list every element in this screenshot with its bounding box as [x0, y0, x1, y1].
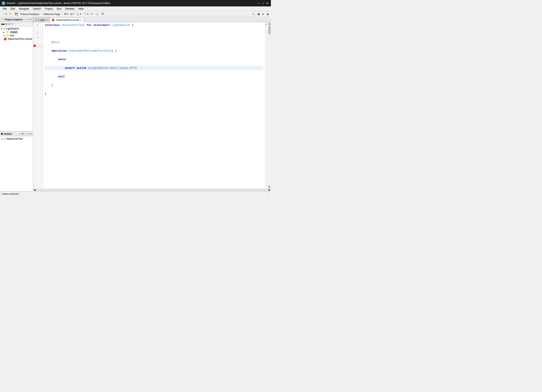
outline-maximize-button[interactable]: □	[27, 133, 29, 135]
project-explorer-controls[interactable]: ─ □ ✕	[24, 18, 32, 21]
fold-area-8[interactable]	[36, 52, 39, 57]
more-button[interactable]: ⋮	[14, 23, 17, 26]
outline-sync-button[interactable]: ⇄	[21, 133, 24, 135]
scroll-right-button[interactable]: ▶	[268, 188, 271, 192]
breakpoint-area-3[interactable]	[33, 31, 36, 35]
ref-lightswitch: LightSwitch	[112, 24, 130, 27]
menu-edit[interactable]: Edit	[9, 7, 17, 11]
settings-button[interactable]: ⚙ ▾	[63, 12, 69, 16]
scroll-up-button[interactable]: ▲	[268, 22, 271, 25]
window-controls[interactable]: ─ □ ✕	[257, 1, 269, 5]
stop-button[interactable]: ⏹	[266, 12, 270, 16]
maximize-button[interactable]: □	[261, 1, 265, 5]
menu-window[interactable]: Window	[64, 7, 76, 11]
project-tree: ▾ ◈ LightSwitch ▸ 📁 model ▾ 📁 test	[0, 27, 33, 131]
fold-area-2[interactable]	[36, 27, 39, 31]
code-line-4: operation isStateOffActiveAfterInit() {	[45, 49, 263, 53]
scroll-thumb[interactable]	[268, 26, 271, 34]
nav-forward-icon: 📋	[96, 13, 99, 16]
csgen-tab-close[interactable]: ✕	[46, 19, 48, 21]
breakpoint-area-2[interactable]	[33, 27, 36, 31]
fold-area-3[interactable]: ▸	[36, 31, 39, 35]
outline-controls[interactable]: ↕ ⇄ ─ □ ✕	[19, 133, 32, 135]
filter-button[interactable]: ▽	[11, 23, 13, 26]
menu-help[interactable]: Help	[77, 7, 86, 11]
welcome-icon: ✔	[42, 13, 44, 16]
tools-button[interactable]: 🔧 ▾	[83, 12, 90, 16]
tree-item-model[interactable]: ▸ 📁 model	[0, 30, 33, 34]
outline-item-statecharttest[interactable]: ▸ ● StatechartTest	[1, 137, 32, 140]
folder-icon-model: 📁	[6, 31, 9, 34]
outline-minimize-button[interactable]: ─	[24, 133, 27, 135]
close-panel-button[interactable]: ✕	[30, 18, 32, 21]
view-button[interactable]: ▦	[256, 12, 261, 16]
project-explorer-title: Project Explorer	[5, 18, 23, 21]
breakpoint-area-6[interactable]	[33, 44, 36, 48]
class-name: StatechartTest	[61, 24, 85, 27]
scroll-left-button[interactable]: ◀	[33, 188, 36, 192]
csgen-tab-icon: ⚙	[35, 18, 37, 21]
pin-button[interactable]: 📌	[100, 12, 105, 16]
nav-forward-button[interactable]: 📋	[94, 12, 100, 16]
fold-area-5[interactable]	[36, 39, 39, 44]
status-dots: ⋮	[267, 192, 269, 195]
scroll-down-button[interactable]: ▼	[268, 185, 271, 188]
breakpoint-area-5[interactable]	[33, 39, 36, 44]
menu-project[interactable]: Project	[43, 7, 54, 11]
breakpoint-area-4[interactable]	[33, 35, 36, 39]
refresh-button[interactable]: ↺	[8, 23, 11, 26]
gutter-row-6	[33, 44, 43, 48]
maximize-panel-button[interactable]: □	[27, 18, 29, 21]
gutter-row-2	[33, 27, 43, 31]
tab-csgen[interactable]: ⚙ c.sgen ✕	[33, 17, 49, 22]
collapse-all-button[interactable]: ◀◀	[0, 23, 5, 26]
debug-button[interactable]: 🐛 ▾	[76, 12, 82, 16]
h-scroll-track[interactable]	[37, 189, 267, 191]
code-line-6: assert active (LightSwitch.main_region.O…	[45, 66, 263, 70]
welcome-page-button[interactable]: ✔ Welcome Page	[41, 12, 61, 16]
fold-area-9[interactable]	[36, 57, 39, 61]
open-button[interactable]: 📂	[8, 12, 13, 16]
gutter-row-4: ▸	[33, 35, 43, 39]
menu-navigate[interactable]: Navigate	[17, 7, 31, 11]
nav-back-button[interactable]: ↩	[90, 12, 94, 16]
vertical-scrollbar[interactable]: ▲ ▼	[268, 22, 271, 188]
overview-ruler	[265, 22, 268, 188]
minimize-panel-button[interactable]: ─	[24, 18, 27, 21]
close-button[interactable]: ✕	[266, 1, 269, 5]
breakpoint-area-8[interactable]	[33, 52, 36, 57]
play-green-button[interactable]: ▶	[261, 12, 265, 16]
kw-assert: assert	[65, 66, 75, 70]
menu-file[interactable]: File	[1, 7, 8, 11]
tree-item-test[interactable]: ▾ 📁 test	[0, 34, 33, 37]
fold-area-7[interactable]	[36, 48, 39, 52]
statecharttest-tab-close[interactable]: ✕	[80, 19, 82, 21]
breakpoint-area-7[interactable]	[33, 48, 36, 52]
menu-search[interactable]: Search	[31, 7, 43, 11]
link-editor-button[interactable]: ⇄	[5, 23, 8, 26]
tab-statecharttest[interactable]: 🔴 *StatechartTest.sctunit ✕	[50, 18, 83, 22]
new-button[interactable]: 📄 ▾	[1, 12, 8, 16]
minimize-button[interactable]: ─	[257, 1, 261, 5]
code-line-10	[45, 100, 263, 105]
fold-area-4[interactable]: ▸	[36, 35, 39, 39]
fold-area-6[interactable]	[36, 44, 39, 48]
horizontal-scrollbar[interactable]: ◀ ▶	[33, 188, 271, 191]
send-feedback-button[interactable]: ✉ Send Feedback	[19, 12, 40, 16]
search-button[interactable]: 🔍	[251, 12, 256, 16]
breakpoint-area-1[interactable]	[33, 22, 36, 27]
tree-item-lightswitch[interactable]: ▾ ◈ LightSwitch	[0, 27, 33, 30]
title-bar: D default1 - LightSwitch/test/Statechart…	[0, 0, 271, 6]
code-editor[interactable]: testclass StatechartTest for statechart …	[43, 22, 265, 188]
menu-run[interactable]: Run	[55, 7, 63, 11]
search-icon: 🔍	[252, 13, 255, 16]
tree-item-statecharttest[interactable]: 🔴 StatechartTest.sctunit	[0, 37, 33, 41]
save-button[interactable]: 💾	[14, 12, 19, 16]
run-button[interactable]: ▶ ▾	[70, 12, 75, 16]
scroll-track[interactable]	[268, 25, 271, 185]
outline-sort-button[interactable]: ↕	[19, 133, 21, 135]
outline-close-button[interactable]: ✕	[30, 133, 32, 135]
fold-area-1[interactable]: ▸	[36, 22, 39, 27]
code-line-7: exit	[45, 75, 263, 79]
breakpoint-area-9[interactable]	[33, 57, 36, 61]
